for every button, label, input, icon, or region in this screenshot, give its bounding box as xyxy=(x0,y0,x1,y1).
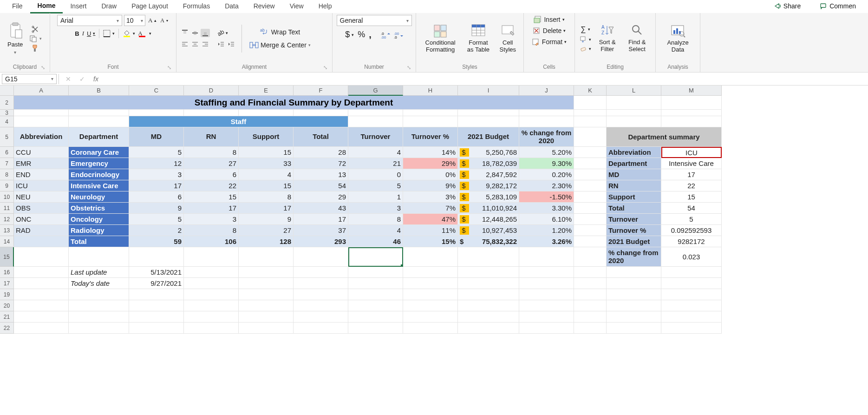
cell[interactable] xyxy=(184,110,239,116)
cell[interactable]: 5 xyxy=(129,214,184,225)
cell[interactable] xyxy=(294,278,348,289)
cell[interactable] xyxy=(574,323,607,334)
cell[interactable]: 9% xyxy=(403,180,458,191)
cell[interactable]: 13 xyxy=(294,169,348,180)
summary-label[interactable]: RN xyxy=(607,180,661,191)
cell[interactable]: 0.20% xyxy=(519,169,574,180)
row-header[interactable]: 5 xyxy=(0,127,14,147)
row-header[interactable]: 21 xyxy=(0,311,14,323)
summary-value[interactable]: 0.023 xyxy=(661,247,722,267)
row-header[interactable]: 12 xyxy=(0,214,14,225)
decrease-font-button[interactable]: A▾ xyxy=(159,17,169,25)
dept-cell[interactable]: Obstetrics xyxy=(69,203,129,214)
cell[interactable] xyxy=(129,323,184,334)
cell[interactable] xyxy=(184,267,239,278)
name-box[interactable]: G15▾ xyxy=(2,74,57,84)
cell[interactable] xyxy=(458,311,519,323)
summary-value[interactable]: 54 xyxy=(661,203,722,214)
cell[interactable] xyxy=(661,289,722,300)
cell[interactable]: -1.50% xyxy=(519,191,574,203)
cell[interactable] xyxy=(403,116,458,127)
cell[interactable] xyxy=(574,169,607,180)
share-button[interactable]: Share xyxy=(767,0,808,13)
cell[interactable]: 15 xyxy=(239,180,294,191)
cell[interactable] xyxy=(14,236,69,247)
row-header[interactable]: 16 xyxy=(0,267,14,278)
align-left-button[interactable] xyxy=(180,40,189,48)
col-header-L[interactable]: L xyxy=(607,86,661,96)
cell[interactable] xyxy=(14,247,69,267)
column-header[interactable]: RN xyxy=(184,127,239,147)
decrease-decimal-button[interactable]: .00.0 xyxy=(393,31,404,39)
tab-file[interactable]: File xyxy=(5,0,30,13)
column-header[interactable]: Turnover % xyxy=(403,127,458,147)
cell[interactable] xyxy=(661,311,722,323)
dept-cell[interactable]: Endocrinology xyxy=(69,169,129,180)
tab-data[interactable]: Data xyxy=(217,0,246,13)
cell[interactable] xyxy=(574,247,607,267)
cell[interactable] xyxy=(184,289,239,300)
cell[interactable]: 9 xyxy=(239,214,294,225)
cell[interactable]: 8 xyxy=(348,214,403,225)
cell[interactable] xyxy=(403,311,458,323)
cell[interactable] xyxy=(239,110,294,116)
summary-title[interactable]: Department summary xyxy=(607,127,722,147)
cell[interactable]: ONC xyxy=(14,214,69,225)
cell[interactable]: END xyxy=(14,169,69,180)
summary-label[interactable]: Support xyxy=(607,191,661,203)
column-header[interactable]: 2021 Budget xyxy=(458,127,519,147)
cell[interactable] xyxy=(458,323,519,334)
cell[interactable] xyxy=(661,300,722,311)
row-header[interactable]: 10 xyxy=(0,191,14,203)
cell[interactable] xyxy=(574,110,607,116)
cell[interactable] xyxy=(348,300,403,311)
summary-value[interactable]: ICU xyxy=(661,147,722,158)
fx-button[interactable]: fx xyxy=(90,75,102,83)
cell[interactable] xyxy=(403,247,458,267)
row-header[interactable]: 15 xyxy=(0,247,14,267)
cell[interactable] xyxy=(69,323,129,334)
cell[interactable] xyxy=(574,311,607,323)
cell[interactable] xyxy=(519,311,574,323)
cell-styles-button[interactable]: Cell Styles xyxy=(496,22,520,55)
cell[interactable] xyxy=(14,311,69,323)
cell[interactable] xyxy=(294,311,348,323)
cell[interactable] xyxy=(661,323,722,334)
cell[interactable]: 17 xyxy=(239,203,294,214)
cell[interactable] xyxy=(519,267,574,278)
cell[interactable] xyxy=(458,267,519,278)
cell[interactable]: 5/13/2021 xyxy=(129,267,184,278)
cell[interactable]: 27 xyxy=(184,158,239,169)
font-name-select[interactable]: Arial▾ xyxy=(57,15,122,26)
cell[interactable]: 9.30% xyxy=(519,158,574,169)
cell[interactable]: 3.30% xyxy=(519,203,574,214)
cell[interactable] xyxy=(348,110,403,116)
col-header-D[interactable]: D xyxy=(184,86,239,96)
bold-button[interactable]: B xyxy=(74,30,80,38)
dept-cell[interactable]: Coronary Care xyxy=(69,147,129,158)
font-color-button[interactable]: A▾ xyxy=(137,29,152,38)
cut-button[interactable] xyxy=(28,25,43,33)
col-header-I[interactable]: I xyxy=(458,86,519,96)
cell[interactable]: 15% xyxy=(403,236,458,247)
orientation-button[interactable]: ab▾ xyxy=(216,29,229,37)
cell[interactable] xyxy=(519,289,574,300)
cell[interactable]: 3% xyxy=(403,191,458,203)
column-header[interactable]: Support xyxy=(239,127,294,147)
cell[interactable] xyxy=(129,311,184,323)
col-header-H[interactable]: H xyxy=(403,86,458,96)
cell[interactable]: 128 xyxy=(239,236,294,247)
summary-label[interactable]: % change from 2020 xyxy=(607,247,661,267)
cell[interactable] xyxy=(661,110,722,116)
clipboard-dialog-launcher[interactable]: ⤡ xyxy=(41,65,45,71)
font-size-select[interactable]: 10▾ xyxy=(124,15,145,26)
cell[interactable]: 17 xyxy=(184,203,239,214)
column-header[interactable]: Total xyxy=(294,127,348,147)
tab-view[interactable]: View xyxy=(282,0,311,13)
cell[interactable] xyxy=(574,116,607,127)
cell[interactable]: 59 xyxy=(129,236,184,247)
sort-filter-button[interactable]: AZSort & Filter xyxy=(594,22,620,54)
cell[interactable] xyxy=(348,116,403,127)
cell[interactable] xyxy=(574,278,607,289)
summary-label[interactable]: MD xyxy=(607,169,661,180)
